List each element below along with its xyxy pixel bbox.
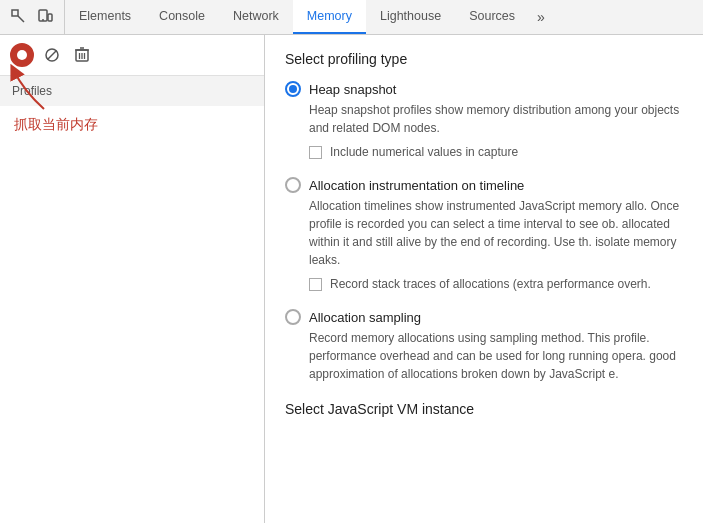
svg-rect-3 bbox=[48, 14, 52, 21]
heap-snapshot-checkbox-row: Include numerical values in capture bbox=[309, 145, 683, 159]
annotation-area: 抓取当前内存 bbox=[0, 106, 264, 523]
tab-bar: Elements Console Network Memory Lighthou… bbox=[0, 0, 703, 35]
heap-snapshot-checkbox[interactable] bbox=[309, 146, 322, 159]
heap-snapshot-checkbox-label: Include numerical values in capture bbox=[330, 145, 518, 159]
main-layout: Profiles 抓取当前内存 Select profiling type bbox=[0, 35, 703, 523]
content-panel: Select profiling type Heap snapshot Heap… bbox=[265, 35, 703, 523]
allocation-timeline-desc: Allocation timelines show instrumented J… bbox=[309, 197, 683, 269]
profiling-section-title: Select profiling type bbox=[285, 51, 683, 67]
allocation-sampling-header: Allocation sampling bbox=[285, 309, 683, 325]
allocation-timeline-label: Allocation instrumentation on timeline bbox=[309, 178, 524, 193]
vm-section-title: Select JavaScript VM instance bbox=[285, 401, 683, 417]
tab-lighthouse[interactable]: Lighthouse bbox=[366, 0, 455, 34]
allocation-timeline-checkbox-label: Record stack traces of allocations (extr… bbox=[330, 277, 651, 291]
allocation-sampling-label: Allocation sampling bbox=[309, 310, 421, 325]
allocation-sampling-option: Allocation sampling Record memory alloca… bbox=[285, 309, 683, 383]
svg-line-6 bbox=[48, 51, 57, 60]
allocation-sampling-radio[interactable] bbox=[285, 309, 301, 325]
svg-rect-0 bbox=[12, 10, 18, 16]
tab-sources[interactable]: Sources bbox=[455, 0, 529, 34]
heap-snapshot-header: Heap snapshot bbox=[285, 81, 683, 97]
tab-memory[interactable]: Memory bbox=[293, 0, 366, 34]
allocation-timeline-checkbox-row: Record stack traces of allocations (extr… bbox=[309, 277, 683, 291]
tab-network[interactable]: Network bbox=[219, 0, 293, 34]
allocation-timeline-radio[interactable] bbox=[285, 177, 301, 193]
device-icon-btn[interactable] bbox=[34, 6, 56, 28]
heap-snapshot-radio[interactable] bbox=[285, 81, 301, 97]
inspect-icon-btn[interactable] bbox=[8, 6, 30, 28]
allocation-timeline-header: Allocation instrumentation on timeline bbox=[285, 177, 683, 193]
svg-line-1 bbox=[18, 16, 24, 22]
heap-snapshot-option: Heap snapshot Heap snapshot profiles sho… bbox=[285, 81, 683, 159]
record-dot bbox=[17, 50, 27, 60]
annotation-text: 抓取当前内存 bbox=[14, 116, 98, 132]
tab-bar-icons bbox=[0, 0, 65, 34]
heap-snapshot-desc: Heap snapshot profiles show memory distr… bbox=[309, 101, 683, 137]
allocation-timeline-option: Allocation instrumentation on timeline A… bbox=[285, 177, 683, 291]
tab-console[interactable]: Console bbox=[145, 0, 219, 34]
tab-overflow-btn[interactable]: » bbox=[529, 0, 553, 34]
heap-snapshot-label: Heap snapshot bbox=[309, 82, 396, 97]
arrow-annotation: 抓取当前内存 bbox=[14, 116, 98, 134]
sidebar: Profiles 抓取当前内存 bbox=[0, 35, 265, 523]
allocation-sampling-desc: Record memory allocations using sampling… bbox=[309, 329, 683, 383]
delete-profile-button[interactable] bbox=[70, 43, 94, 67]
tab-elements[interactable]: Elements bbox=[65, 0, 145, 34]
radio-selected-indicator bbox=[289, 85, 297, 93]
allocation-timeline-checkbox[interactable] bbox=[309, 278, 322, 291]
